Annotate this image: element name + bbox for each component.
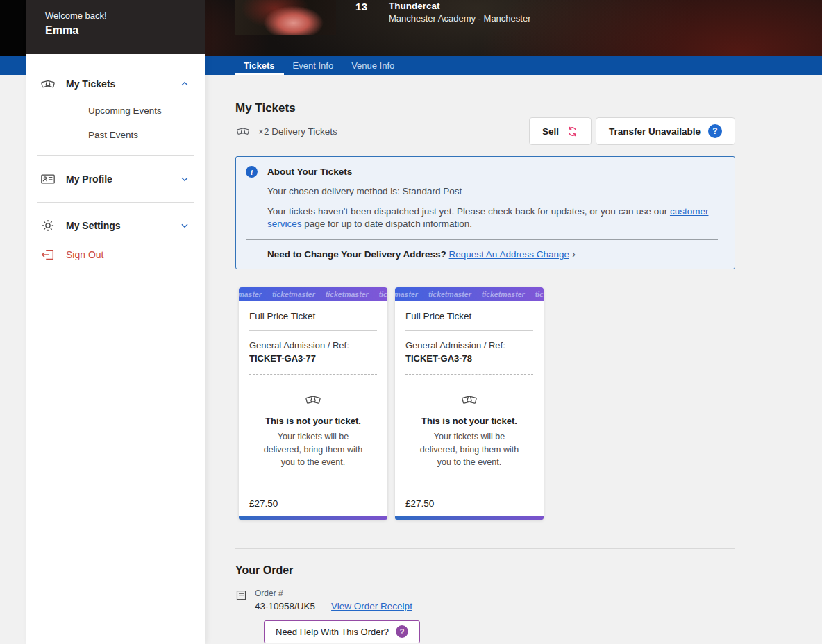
order-number: 43-10958/UK5 [255, 601, 315, 611]
ticket-divider [249, 330, 377, 331]
notice-title: This is not your ticket. [405, 416, 533, 426]
transfer-button-label: Transfer Unavailable [609, 126, 701, 137]
event-venue: Manchester Academy - Manchester [389, 13, 530, 24]
sidebar-item-my-profile[interactable]: My Profile [26, 164, 205, 194]
ticket-card-body: Full Price Ticket General Admission / Re… [239, 301, 387, 491]
ticket-gradient-bar [239, 516, 387, 520]
ticketmaster-wordmark: ticketmaster [326, 290, 369, 298]
ticket-price: £27.50 [249, 498, 377, 516]
chevron-right-icon: › [572, 248, 576, 260]
sidebar-divider [37, 202, 194, 203]
notice-body: Your tickets will be delivered, bring th… [417, 430, 522, 468]
about-body: Your chosen delivery method is: Standard… [267, 185, 718, 230]
question-icon: ? [708, 124, 722, 138]
ticket-card-1: ticketmaster ticketmaster ticketmaster t… [239, 287, 387, 520]
ticket-gradient-bar [395, 516, 544, 520]
ticketmaster-wordmark: ticketmaster [395, 290, 418, 298]
delivery-summary: ×2 Delivery Tickets [235, 124, 337, 138]
sell-button-label: Sell [542, 126, 559, 137]
info-icon: i [246, 166, 258, 178]
need-help-button[interactable]: Need Help With This Order? ? [264, 620, 420, 643]
ticket-cards: ticketmaster ticketmaster ticketmaster t… [239, 287, 735, 520]
order-details: Order # 43-10958/UK5 View Order Receipt … [255, 588, 420, 643]
notice-body: Your tickets will be delivered, bring th… [260, 430, 366, 468]
ticketmaster-watermark-bar: ticketmaster ticketmaster ticketmaster t… [239, 287, 387, 301]
ticket-dashed-divider [405, 374, 533, 375]
account-page: 13 Thundercat Manchester Academy - Manch… [0, 0, 822, 644]
sidebar-item-my-tickets[interactable]: My Tickets [26, 69, 205, 99]
delivery-method-text: Your chosen delivery method is: Standard… [267, 185, 718, 198]
page-title: My Tickets [235, 101, 735, 115]
about-divider [246, 239, 718, 240]
hero-left-strip [0, 0, 26, 56]
ticketmaster-wordmark: ticketmaster [272, 290, 315, 298]
view-order-receipt-link[interactable]: View Order Receipt [331, 601, 412, 611]
tickets-icon [235, 124, 251, 138]
tab-venue-info[interactable]: Venue Info [342, 56, 403, 75]
question-icon: ? [396, 625, 408, 638]
chevron-down-icon[interactable] [180, 221, 190, 230]
notice-title: This is not your ticket. [249, 416, 377, 426]
refresh-icon [567, 126, 578, 137]
address-change-row: Need to Change Your Delivery Address? Re… [267, 248, 718, 260]
delivery-summary-text: ×2 Delivery Tickets [258, 126, 337, 137]
id-card-icon [40, 171, 56, 187]
ticketmaster-wordmark: ticketmaster [239, 290, 262, 298]
event-date-day: 13 [355, 1, 367, 12]
event-title: Thundercat [389, 1, 440, 11]
ticketmaster-wordmark: ticketmaster [428, 290, 471, 298]
ticket-admission: General Admission / Ref: [405, 339, 533, 352]
sidebar-item-label: My Tickets [66, 78, 180, 90]
ticket-divider [405, 330, 533, 331]
gear-icon [40, 218, 56, 233]
welcome-text: Welcome back! [45, 10, 205, 21]
sidebar-item-upcoming-events[interactable]: Upcoming Events [26, 99, 205, 123]
ticketmaster-wordmark: ticketmaster [535, 290, 544, 298]
ticket-admission: General Admission / Ref: [249, 339, 377, 352]
tab-list: Tickets Event Info Venue Info [235, 56, 822, 75]
sidebar-item-sign-out[interactable]: Sign Out [26, 240, 205, 269]
need-help-label: Need Help With This Order? [276, 627, 389, 637]
tab-tickets[interactable]: Tickets [235, 56, 284, 75]
sidebar-item-past-events[interactable]: Past Events [26, 123, 205, 147]
order-info-row: Order # 43-10958/UK5 View Order Receipt … [235, 588, 735, 643]
username: Emma [45, 24, 205, 37]
transfer-unavailable-button[interactable]: Transfer Unavailable ? [596, 117, 735, 145]
ticketmaster-wordmark: ticketmaster [482, 290, 525, 298]
dispatch-text-before: Your tickets haven't been dispatched jus… [267, 206, 670, 217]
sign-out-icon [40, 247, 56, 262]
sidebar-item-label: My Settings [66, 220, 180, 231]
sell-button[interactable]: Sell [529, 117, 592, 145]
chevron-down-icon[interactable] [180, 174, 190, 184]
sidebar-item-my-settings[interactable]: My Settings [26, 211, 205, 240]
tickets-icon [460, 391, 478, 408]
request-address-change-link[interactable]: Request An Address Change [449, 249, 569, 260]
dispatch-info-text: Your tickets haven't been dispatched jus… [267, 205, 718, 230]
sidebar-divider [37, 155, 194, 156]
chevron-up-icon[interactable] [180, 79, 190, 89]
sidebar-item-label: Sign Out [66, 249, 190, 260]
ticket-type: Full Price Ticket [249, 311, 377, 321]
tickets-icon [40, 76, 56, 92]
tab-event-info[interactable]: Event Info [284, 56, 343, 75]
about-tickets-infobox: i About Your Tickets Your chosen deliver… [235, 156, 735, 269]
event-thumbnail-image [235, 0, 336, 35]
ticketmaster-wordmark: ticketmaster [379, 290, 387, 298]
receipt-icon [235, 589, 247, 602]
about-header: i About Your Tickets [246, 166, 718, 178]
about-title: About Your Tickets [267, 167, 352, 177]
ticket-dashed-divider [249, 374, 377, 375]
ticketmaster-watermark-bar: ticketmaster ticketmaster ticketmaster t… [395, 287, 544, 301]
sidebar-menu: My Tickets Upcoming Events Past Events [26, 54, 205, 269]
order-section-title: Your Order [235, 564, 735, 577]
sidebar-item-label: My Profile [66, 173, 180, 185]
ticket-type: Full Price Ticket [405, 311, 533, 321]
address-question-text: Need to Change Your Delivery Address? [267, 249, 449, 260]
account-sidebar: Welcome back! Emma My Tickets Upcoming E… [26, 0, 205, 644]
ticket-actions: Sell Transfer Unavailable ? [529, 117, 735, 145]
ticket-card-footer: £27.50 [239, 491, 387, 516]
ticket-card-2: ticketmaster ticketmaster ticketmaster t… [395, 287, 544, 520]
ticket-price: £27.50 [405, 498, 533, 516]
ticket-divider [249, 491, 377, 491]
ticket-card-footer: £27.50 [395, 491, 544, 516]
